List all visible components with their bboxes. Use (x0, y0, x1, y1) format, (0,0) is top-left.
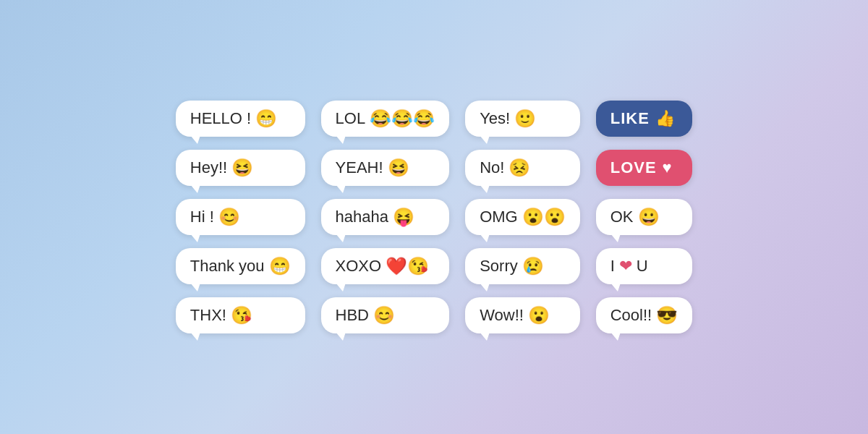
bubble-cool-emoji: 😎 (656, 307, 678, 324)
bubble-yeah: YEAH! 😆 (321, 150, 450, 186)
bubble-ilu-heart: ❤ (619, 258, 632, 274)
thumbsup-icon: 👍 (655, 109, 676, 128)
bubble-hahaha: hahaha 😝 (321, 199, 450, 235)
bubble-hi-text: Hi ! (190, 208, 214, 226)
bubble-yeah-text: YEAH! (336, 158, 383, 177)
bubble-thx-emoji: 😘 (231, 307, 252, 324)
bubble-no: No! 😣 (465, 150, 580, 186)
bubble-ok: OK 😀 (596, 199, 692, 235)
bubble-hey: Hey!! 😆 (176, 150, 305, 186)
bubble-cool-text: Cool!! (610, 306, 652, 325)
bubble-lol-emoji: 😂😂😂 (370, 110, 435, 127)
bubble-hello: HELLO ! 😁 (176, 101, 305, 137)
bubble-hbd-emoji: 😊 (373, 307, 395, 324)
bubble-lol-text: LOL (336, 109, 366, 128)
bubble-thankyou-emoji: 😁 (269, 258, 291, 275)
bubble-hi: Hi ! 😊 (176, 199, 305, 235)
bubble-yes-text: Yes! (480, 109, 510, 128)
bubble-sorry-text: Sorry (480, 257, 518, 276)
bubble-thx: THX! 😘 (176, 297, 305, 333)
bubble-sorry: Sorry 😢 (465, 248, 580, 284)
bubble-ok-text: OK (610, 208, 634, 226)
bubble-love[interactable]: LOVE ♥ (596, 150, 692, 186)
bubble-hey-emoji: 😆 (231, 159, 253, 176)
love-text: LOVE (610, 158, 657, 177)
heart-icon: ♥ (663, 158, 673, 177)
bubble-hahaha-text: hahaha (336, 208, 388, 226)
bubble-xoxo-text: XOXO (336, 257, 382, 276)
bubble-hbd-text: HBD (336, 306, 369, 325)
bubble-lol: LOL 😂😂😂 (321, 101, 450, 137)
bubble-hey-text: Hey!! (190, 158, 227, 177)
bubble-thx-text: THX! (190, 306, 226, 325)
bubble-no-text: No! (480, 158, 504, 177)
bubble-yes-emoji: 🙂 (514, 110, 536, 127)
bubble-yes: Yes! 🙂 (465, 101, 580, 137)
bubble-no-emoji: 😣 (509, 159, 530, 176)
bubble-hahaha-emoji: 😝 (393, 208, 414, 226)
bubble-xoxo: XOXO ❤️😘 (321, 248, 450, 284)
like-text: LIKE (610, 109, 650, 128)
bubble-yeah-emoji: 😆 (388, 159, 409, 176)
bubble-ok-emoji: 😀 (638, 208, 660, 226)
bubble-hbd: HBD 😊 (321, 297, 450, 333)
bubble-ilu-text: I (610, 257, 615, 276)
bubble-hello-text: HELLO ! (190, 109, 251, 128)
bubble-omg-text: OMG (480, 208, 518, 226)
bubble-cool: Cool!! 😎 (596, 297, 692, 333)
bubble-wow: Wow!! 😮 (465, 297, 580, 333)
bubble-thankyou: Thank you 😁 (176, 248, 305, 284)
bubble-wow-emoji: 😮 (528, 307, 550, 324)
bubble-ilu-u: U (637, 257, 648, 276)
bubble-hi-emoji: 😊 (218, 208, 240, 226)
bubble-like[interactable]: LIKE 👍 (596, 101, 692, 137)
emoji-grid: HELLO ! 😁 LOL 😂😂😂 Yes! 🙂 LIKE 👍 Hey!! 😆 … (154, 79, 714, 355)
bubble-ilu: I ❤ U (596, 248, 692, 284)
bubble-wow-text: Wow!! (480, 306, 524, 325)
bubble-xoxo-emoji: ❤️😘 (386, 258, 429, 275)
bubble-omg-emoji: 😮😮 (522, 208, 566, 226)
bubble-omg: OMG 😮😮 (465, 199, 580, 235)
bubble-thankyou-text: Thank you (190, 257, 265, 276)
bubble-sorry-emoji: 😢 (522, 258, 544, 275)
bubble-hello-emoji: 😁 (255, 110, 277, 127)
